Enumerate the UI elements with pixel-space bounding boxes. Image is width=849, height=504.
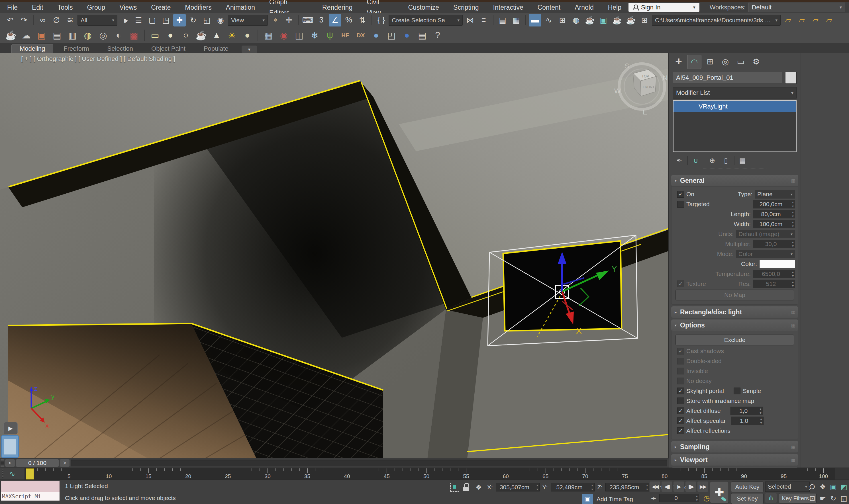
material-editor-icon[interactable]: ◍ [570, 14, 582, 26]
next-frame-arrow[interactable]: > [60, 459, 70, 467]
auto-key-button[interactable]: Auto Key [731, 482, 763, 492]
toolbar-separator[interactable] [33, 15, 34, 25]
track-bar-ruler[interactable]: 0510152025303540455055606570758085909510… [24, 468, 835, 480]
viewcube-north-label[interactable]: N [663, 74, 668, 82]
select-object-icon[interactable]: ▲ [119, 14, 131, 26]
vray-object-select-icon[interactable]: ◰ [385, 29, 398, 42]
camera-projector-icon[interactable]: ◐ [112, 29, 125, 42]
toolbar-separator[interactable] [258, 30, 258, 41]
physical-camera-icon[interactable]: ◎ [96, 29, 110, 42]
time-slider-handle[interactable] [25, 468, 34, 480]
menu-item[interactable]: Modifiers [178, 2, 218, 13]
window-crossing-toggle-icon[interactable]: ◳ [160, 14, 172, 26]
viewcube-east-label[interactable]: E [643, 108, 647, 116]
vray-dome-light-icon[interactable]: ● [163, 29, 177, 42]
listener-pane[interactable]: MAXScript Mi [1, 492, 60, 501]
selection-filter-dropdown[interactable]: All [77, 15, 117, 25]
vray-frame-buffer-icon[interactable]: ▣ [35, 29, 49, 42]
object-name-field[interactable] [673, 72, 782, 84]
toggle-layer-explorer-icon[interactable]: ▦ [510, 14, 523, 26]
selection-lock-icon[interactable] [462, 483, 470, 492]
affect-diffuse-checkbox[interactable] [677, 408, 684, 414]
vray-directx-icon[interactable]: DX [354, 29, 368, 42]
option-checkbox[interactable] [677, 358, 684, 364]
ribbon-tab[interactable]: Object Paint [143, 44, 193, 53]
menu-item[interactable]: File [0, 2, 25, 13]
current-frame-field[interactable]: 0 [659, 494, 699, 502]
rectangle-disc-light-rollout-header[interactable]: Rectangle/disc light [671, 306, 798, 318]
affect-specular-field[interactable]: 1,0 [731, 417, 763, 425]
isolate-selection-toggle[interactable]: ▣ [582, 494, 593, 504]
light-meter-icon[interactable]: ◍ [81, 29, 94, 42]
go-to-end-button[interactable]: ▶▶ [697, 482, 708, 492]
zoom-extents-all-icon[interactable]: ◩ [839, 482, 849, 492]
store-irradiance-checkbox[interactable] [677, 397, 684, 404]
percent-snap-toggle-icon[interactable]: % [342, 14, 355, 26]
key-step-toggle-icon[interactable]: ◂▸ [650, 493, 657, 503]
undo-icon[interactable]: ↶ [4, 14, 17, 26]
y-coordinate-field[interactable]: 52,489cm [551, 483, 595, 491]
previous-frame-button[interactable]: ◀▮ [661, 482, 672, 492]
object-color-swatch[interactable] [785, 72, 797, 84]
menu-item[interactable]: Edit [25, 2, 50, 13]
add-time-tag[interactable]: Add Time Tag [597, 496, 633, 503]
simple-checkbox[interactable] [733, 388, 740, 394]
maxscript-mini-listener[interactable]: MAXScript Mi [1, 481, 60, 501]
run-script-icon[interactable]: ▱ [809, 14, 821, 26]
separator[interactable] [734, 156, 735, 165]
light-color-swatch[interactable] [759, 260, 795, 268]
multiplier-field[interactable]: 30,0 [753, 240, 795, 248]
menu-item[interactable]: Help [601, 2, 629, 13]
edit-named-selection-sets-icon[interactable]: { } [375, 14, 387, 26]
viewport-label[interactable]: [ + ] [ Orthographic ] [ User Defined ] … [21, 55, 175, 62]
option-checkbox[interactable] [677, 378, 684, 384]
toolbar-grab-handle[interactable] [1, 459, 4, 467]
rectangular-selection-region-icon[interactable]: ▢ [146, 14, 158, 26]
render-in-cloud-icon[interactable]: ☕ [624, 14, 637, 26]
toolbar-separator[interactable] [525, 15, 526, 25]
vray-sun-icon[interactable]: ☀ [225, 29, 239, 42]
menu-item[interactable]: Arnold [567, 2, 601, 13]
z-coordinate-field[interactable]: 235,985cm [605, 483, 649, 491]
separator[interactable] [687, 156, 688, 165]
vray-height-field-icon[interactable]: HF [338, 29, 352, 42]
new-script-icon[interactable]: ▱ [795, 14, 808, 26]
absolute-mode-transform-icon[interactable]: ❖ [473, 482, 484, 492]
set-key-button[interactable]: Set Key [731, 493, 763, 504]
menu-item[interactable]: Scripting [446, 2, 486, 13]
align-icon[interactable]: ≡ [477, 14, 490, 26]
vray-sphere-light-icon[interactable]: ○ [179, 29, 193, 42]
toolbar-separator[interactable] [144, 30, 145, 41]
rollout-drag-handle[interactable] [703, 168, 766, 173]
texture-map-button[interactable]: No Map [675, 290, 794, 301]
pin-stack-icon[interactable]: ✒ [673, 155, 685, 166]
vray-scene-states-icon[interactable]: ▥ [66, 29, 79, 42]
curve-editor-icon[interactable]: ∿ [543, 14, 555, 26]
key-mode-dropdown[interactable]: Selected [765, 482, 810, 492]
select-and-manipulate-icon[interactable]: ✛ [283, 14, 295, 26]
menu-item[interactable]: Views [112, 2, 144, 13]
vray-proxy-icon[interactable]: ◉ [277, 29, 290, 42]
temperature-field[interactable]: 6500,0 [753, 270, 795, 278]
unlink-selection-icon[interactable]: ∅ [50, 14, 63, 26]
ribbon-tab[interactable]: Modeling [12, 44, 53, 53]
select-by-name-icon[interactable]: ☰ [132, 14, 145, 26]
toggle-ribbon-icon[interactable]: ▬ [529, 14, 541, 26]
collapsed-rollout-header[interactable]: Sampling [671, 441, 798, 452]
make-unique-icon[interactable]: ⊕ [707, 155, 718, 166]
maximize-viewport-toggle-icon[interactable]: ◱ [839, 493, 849, 503]
toggle-scene-explorer-icon[interactable]: ▤ [496, 14, 509, 26]
separator[interactable] [704, 156, 704, 165]
sign-in-button[interactable]: Sign In [629, 3, 700, 12]
select-and-rotate-icon[interactable]: ↻ [187, 14, 199, 26]
vray-help-icon[interactable]: ? [431, 29, 444, 42]
select-and-scale-icon[interactable]: ◱ [200, 14, 213, 26]
menu-item[interactable]: Animation [219, 2, 262, 13]
command-tab-hierarchy[interactable]: ⊞ [703, 55, 717, 68]
selection-region-icon[interactable] [450, 483, 459, 492]
viewport-play-button[interactable]: ▶ [3, 422, 18, 434]
ribbon-tab[interactable]: Populate [196, 44, 236, 53]
render-setup-icon[interactable]: ☕ [583, 14, 596, 26]
texture-resolution-field[interactable]: 512 [753, 280, 795, 288]
field-of-view-icon[interactable]: ⊡ [808, 493, 817, 503]
